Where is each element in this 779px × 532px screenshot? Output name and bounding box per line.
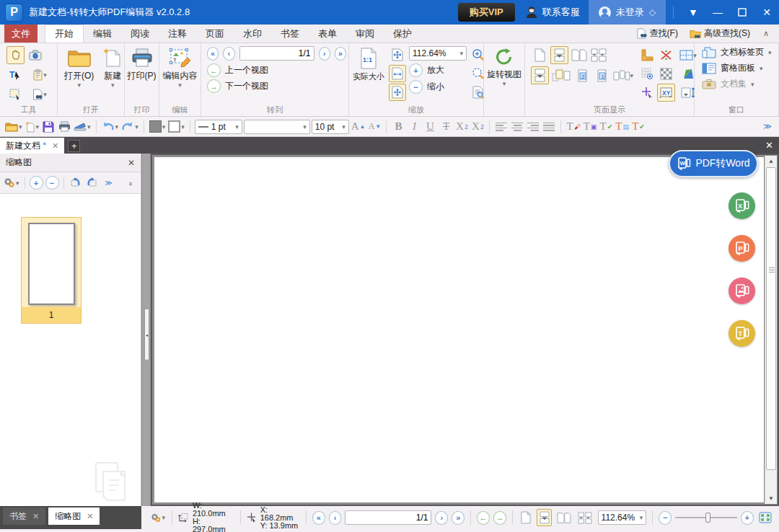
zoom-slider-handle[interactable] bbox=[705, 513, 710, 523]
status-continuous-button[interactable] bbox=[537, 509, 552, 526]
superscript-button[interactable]: X2 bbox=[470, 119, 485, 135]
sidebar-splitter[interactable]: ◂ bbox=[141, 154, 151, 506]
thumbnail-options-button[interactable]: ▾ bbox=[3, 175, 20, 191]
status-zoom-out-button[interactable]: − bbox=[659, 511, 672, 525]
titlebar-menu-dropdown[interactable]: ▼ bbox=[681, 0, 705, 25]
pdf-to-word-button[interactable]: W PDF转Word bbox=[669, 150, 758, 177]
sidebar-collapse-button[interactable]: ⌅ bbox=[123, 175, 138, 191]
tab-page[interactable]: 页面 bbox=[196, 25, 234, 43]
tab-read[interactable]: 阅读 bbox=[121, 25, 159, 43]
tab-form[interactable]: 表单 bbox=[309, 25, 346, 43]
fullscreen-button[interactable] bbox=[757, 510, 773, 526]
buy-vip-button[interactable]: 购买VIP bbox=[458, 3, 515, 22]
quick-save-button[interactable] bbox=[41, 119, 56, 135]
pdf-page[interactable] bbox=[154, 157, 764, 502]
prev-page-button[interactable]: ‹ bbox=[223, 47, 234, 61]
status-next-view-button[interactable]: → bbox=[493, 511, 506, 525]
goto-page-input[interactable] bbox=[239, 46, 314, 61]
save-text-style-button[interactable]: T▣ bbox=[583, 119, 598, 135]
tabbar-close-icon[interactable]: ✕ bbox=[765, 140, 779, 154]
minimize-button[interactable]: — bbox=[705, 0, 730, 25]
ruler-button[interactable] bbox=[638, 46, 656, 64]
fit-visible-button[interactable] bbox=[389, 84, 406, 101]
scroll-down-icon[interactable]: ▼ bbox=[765, 493, 777, 504]
italic-button[interactable]: I bbox=[407, 119, 421, 135]
status-next-page-button[interactable]: › bbox=[435, 511, 448, 525]
align-center-button[interactable] bbox=[510, 119, 524, 135]
document-tab-active[interactable]: 新建文档 * ✕ bbox=[0, 138, 64, 154]
copy-text-style-button[interactable]: T▤ bbox=[615, 119, 630, 135]
fit-width-button[interactable] bbox=[389, 65, 406, 82]
status-multi-page-button[interactable] bbox=[576, 509, 594, 526]
print-button[interactable]: 打印(P) bbox=[127, 46, 157, 84]
open-button[interactable]: 打开(O) ▾ bbox=[60, 46, 98, 105]
status-options-button[interactable]: ▾ bbox=[150, 510, 166, 526]
strikethrough-button[interactable]: T bbox=[439, 119, 453, 135]
multi-page-button[interactable] bbox=[589, 46, 607, 64]
actual-size-button[interactable]: 1:1 实际大小 bbox=[351, 46, 386, 105]
tab-review[interactable]: 审阅 bbox=[346, 25, 384, 43]
font-size-combo[interactable]: 10 pt ▾ bbox=[312, 120, 349, 134]
split-view-button[interactable] bbox=[550, 66, 572, 84]
measure-cursor-button[interactable] bbox=[638, 84, 656, 102]
quick-scan-button[interactable]: ▾ bbox=[73, 119, 92, 135]
zoom-slider[interactable] bbox=[675, 517, 737, 518]
file-menu-button[interactable]: 文件 bbox=[4, 25, 38, 43]
quick-open-button[interactable]: ▾ bbox=[4, 119, 23, 135]
continuous-scroll-button[interactable] bbox=[531, 66, 549, 84]
sidebar-more-button[interactable]: ≫ bbox=[102, 175, 116, 191]
grid-view-button[interactable] bbox=[638, 65, 656, 83]
stroke-color-button[interactable]: ▾ bbox=[167, 119, 185, 135]
pdf-to-ppt-button[interactable]: P bbox=[729, 235, 755, 262]
pane-panel-button[interactable]: 窗格面板 ▾ bbox=[702, 62, 776, 74]
tab-edit[interactable]: 编辑 bbox=[84, 25, 121, 43]
find-button[interactable]: 查找(F) bbox=[632, 26, 682, 41]
fill-color-button[interactable]: ▾ bbox=[149, 119, 167, 135]
quick-print-button[interactable] bbox=[57, 119, 71, 135]
hand-tool-button[interactable] bbox=[6, 46, 25, 64]
confirm-text-style-button[interactable]: T✔ bbox=[631, 119, 646, 135]
subscript-button[interactable]: X2 bbox=[454, 119, 469, 135]
quick-new-button[interactable]: ▾ bbox=[25, 119, 40, 135]
align-right-button[interactable] bbox=[526, 119, 540, 135]
apply-text-style-button[interactable]: T✔ bbox=[599, 119, 613, 135]
bookmarks-tab-close-icon[interactable]: ✕ bbox=[32, 512, 39, 521]
thumbnails-tab-close-icon[interactable]: ✕ bbox=[87, 512, 93, 521]
zoom-level-combo[interactable]: 112.64% ▾ bbox=[409, 46, 467, 61]
status-two-page-button[interactable] bbox=[555, 509, 573, 526]
two-page-button[interactable] bbox=[570, 46, 588, 64]
status-zoom-in-button[interactable]: + bbox=[741, 511, 754, 525]
redo-button[interactable]: ▾ bbox=[120, 119, 139, 135]
document-tab-close-icon[interactable]: ✕ bbox=[52, 141, 58, 151]
format-painter-text-button[interactable]: T🖌 bbox=[565, 119, 581, 135]
bookmarks-tab[interactable]: 书签 ✕ bbox=[3, 507, 45, 525]
single-page-button[interactable] bbox=[531, 46, 549, 64]
login-status-button[interactable]: 未登录 ◇ bbox=[589, 0, 666, 25]
previous-view-button[interactable]: ← 上一个视图 bbox=[207, 63, 346, 77]
tab-annotate[interactable]: 注释 bbox=[159, 25, 196, 43]
maximize-button[interactable] bbox=[730, 0, 754, 25]
xy-coordinates-button[interactable]: XY bbox=[657, 84, 675, 102]
continuous-page-button[interactable] bbox=[550, 46, 568, 64]
search-doc-button[interactable]: ▾ bbox=[26, 85, 53, 103]
rotate-right-button[interactable] bbox=[85, 175, 100, 191]
thumbnail-item-selected[interactable]: 1 bbox=[21, 217, 82, 324]
splitter-collapse-handle[interactable]: ◂ bbox=[144, 309, 149, 360]
font-family-combo[interactable]: ▾ bbox=[244, 120, 310, 134]
pdf-to-text-button[interactable]: T bbox=[729, 320, 755, 347]
first-page-button[interactable]: « bbox=[207, 47, 219, 61]
rotate-left-button[interactable] bbox=[69, 175, 83, 191]
underline-button[interactable]: U bbox=[423, 119, 437, 135]
quickbar-more-button[interactable]: ≫ bbox=[760, 119, 775, 135]
status-page-input[interactable] bbox=[345, 510, 431, 525]
split-toggle-button[interactable] bbox=[657, 46, 675, 64]
snapshot-camera-button[interactable] bbox=[26, 46, 44, 64]
decrease-font-button[interactable]: A▼ bbox=[367, 119, 382, 135]
zoom-out-button[interactable]: − 缩小 bbox=[409, 80, 467, 94]
status-first-page-button[interactable]: « bbox=[312, 511, 325, 525]
scrollbar-thumb[interactable] bbox=[766, 167, 776, 470]
reading-layout-button[interactable]: ▾ bbox=[612, 66, 634, 84]
new-tab-button[interactable]: + bbox=[68, 140, 80, 152]
status-prev-page-button[interactable]: ‹ bbox=[329, 511, 342, 525]
thumbnail-zoom-out-button[interactable]: − bbox=[45, 176, 59, 190]
